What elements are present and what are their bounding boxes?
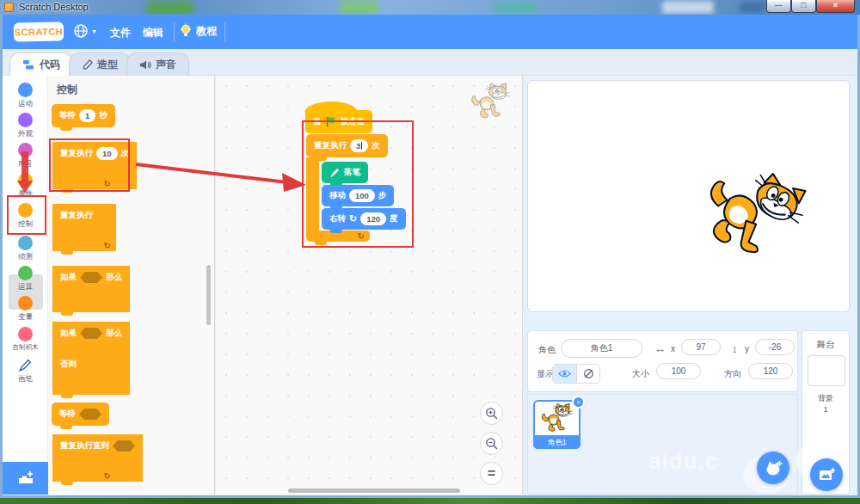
scratch-logo[interactable]: SCRATCH: [14, 22, 64, 41]
annotation-box-control-category: [7, 195, 46, 235]
category-label: 变量: [18, 312, 33, 323]
boolean-slot[interactable]: [80, 328, 102, 339]
screen: Scratch Desktop — □ × SCRATCH ▼ 文件 编辑: [0, 0, 860, 504]
boolean-slot[interactable]: [113, 440, 135, 452]
block-label: 重复执行直到: [60, 440, 109, 452]
minimize-button[interactable]: —: [766, 0, 791, 13]
menu-divider: [224, 22, 225, 41]
block-categories: 运动 外观 声音 事件 控制 侦测 运算 变量 自制积木 画笔: [3, 76, 48, 495]
category-motion[interactable]: 运动: [3, 83, 48, 109]
zoom-in-button[interactable]: [480, 402, 503, 425]
canvas-zoom-controls: =: [480, 402, 503, 485]
boolean-slot[interactable]: [79, 409, 101, 420]
block-if-then[interactable]: 如果 那么: [52, 266, 130, 312]
window-title: Scratch Desktop: [19, 2, 89, 12]
variables-color-dot: [18, 296, 33, 310]
y-label: y: [745, 344, 749, 353]
y-position-input[interactable]: -26: [755, 339, 795, 355]
sprite-card-selected[interactable]: 角色1 ×: [533, 400, 580, 449]
size-input[interactable]: 100: [656, 363, 701, 379]
speaker-icon: [139, 59, 151, 71]
window-titlebar[interactable]: Scratch Desktop — □ ×: [0, 0, 860, 15]
zoom-out-button[interactable]: [480, 432, 503, 455]
language-selector[interactable]: ▼: [73, 23, 97, 39]
annotation-arrow-down: [22, 151, 28, 181]
tab-sounds[interactable]: 声音: [126, 52, 189, 76]
sprite-name-input[interactable]: 角色1: [561, 339, 642, 358]
menu-edit[interactable]: 编辑: [143, 26, 163, 40]
sprite-list[interactable]: aidu.c 角色1 ×: [527, 394, 798, 495]
block-if-then-else[interactable]: 如果 那么 否则: [52, 322, 130, 395]
add-extension-icon: [16, 470, 35, 487]
category-label: 画笔: [18, 374, 33, 384]
block-wait-seconds[interactable]: 等待 1 秒: [52, 104, 115, 127]
zoom-out-icon: [485, 437, 499, 451]
menu-tutorials[interactable]: 教程: [180, 23, 217, 39]
annotation-box-script: [302, 120, 414, 248]
loop-arrow-icon: ↻: [104, 472, 111, 481]
block-label: 秒: [99, 110, 108, 121]
tab-code[interactable]: 代码: [9, 52, 73, 76]
boolean-slot[interactable]: [80, 272, 102, 283]
palette-scrollbar[interactable]: [206, 265, 211, 325]
zoom-reset-button[interactable]: =: [480, 462, 503, 485]
sprite-thumbnail: [535, 402, 579, 434]
add-extension-button[interactable]: [3, 462, 48, 495]
category-operators[interactable]: 运算: [3, 266, 48, 292]
tab-code-label: 代码: [40, 58, 60, 72]
category-sensing[interactable]: 侦测: [3, 236, 48, 262]
category-looks[interactable]: 外观: [3, 113, 48, 139]
tab-sounds-label: 声音: [156, 58, 176, 72]
code-blocks-icon: [22, 59, 35, 71]
desktop-background-bottom: [0, 497, 860, 504]
block-label: 等待: [59, 110, 76, 121]
hide-sprite-button[interactable]: [576, 365, 599, 383]
tab-costumes[interactable]: 造型: [69, 52, 131, 76]
category-variables[interactable]: 变量: [3, 296, 48, 323]
eye-hidden-icon: [583, 368, 594, 379]
show-sprite-button[interactable]: [553, 365, 576, 383]
menu-file[interactable]: 文件: [110, 26, 131, 40]
menu-tutorials-label: 教程: [196, 24, 217, 39]
block-label: 等待: [59, 409, 76, 420]
brush-icon: [82, 59, 93, 71]
myblocks-color-dot: [18, 327, 33, 341]
window-controls: — □ ×: [766, 0, 855, 13]
size-label: 大小: [632, 368, 649, 380]
x-position-input[interactable]: 97: [681, 339, 721, 355]
stage-selector-panel[interactable]: 舞台 背景 1: [802, 330, 850, 495]
show-label: 显示: [537, 368, 554, 380]
delete-sprite-button[interactable]: ×: [572, 396, 585, 409]
block-forever[interactable]: 重复执行 ↻: [52, 204, 116, 251]
category-pen[interactable]: 画笔: [3, 358, 48, 384]
motion-color-dot: [18, 83, 33, 97]
backdrop-thumbnail: [808, 355, 845, 386]
zoom-in-icon: [485, 407, 499, 421]
category-label: 运算: [18, 282, 33, 292]
block-label: 那么: [106, 328, 122, 339]
add-backdrop-button[interactable]: [810, 458, 843, 491]
add-backdrop-icon: [818, 467, 835, 482]
stage-panel-area: 角色 角色1 ↔ x 97 ↕ y -26 显示: [524, 76, 857, 495]
add-sprite-button[interactable]: [757, 452, 789, 484]
close-button[interactable]: ×: [816, 0, 855, 13]
block-label: 重复执行: [60, 210, 93, 221]
lightbulb-icon: [180, 23, 192, 39]
watermark-text: aidu.c: [648, 448, 718, 475]
category-myblocks[interactable]: 自制积木: [3, 327, 48, 352]
block-repeat-until[interactable]: 重复执行直到 ↻: [52, 434, 143, 482]
block-wait-until[interactable]: 等待: [52, 403, 109, 426]
stage-sprite-cat[interactable]: [685, 148, 820, 278]
direction-input[interactable]: 120: [748, 363, 793, 379]
stage[interactable]: [527, 80, 850, 312]
block-label: 如果: [60, 272, 77, 283]
backdrop-label: 背景: [802, 393, 849, 404]
visibility-toggle: [552, 364, 600, 384]
annotation-arrow-down-head: [17, 181, 33, 194]
menu-bar: SCRATCH ▼ 文件 编辑 教程: [3, 15, 857, 49]
menu-divider: [174, 22, 175, 41]
block-number-input[interactable]: 1: [79, 109, 95, 122]
x-label: x: [671, 344, 675, 353]
script-horizontal-scrollbar[interactable]: [288, 489, 460, 493]
maximize-button[interactable]: □: [791, 0, 816, 13]
